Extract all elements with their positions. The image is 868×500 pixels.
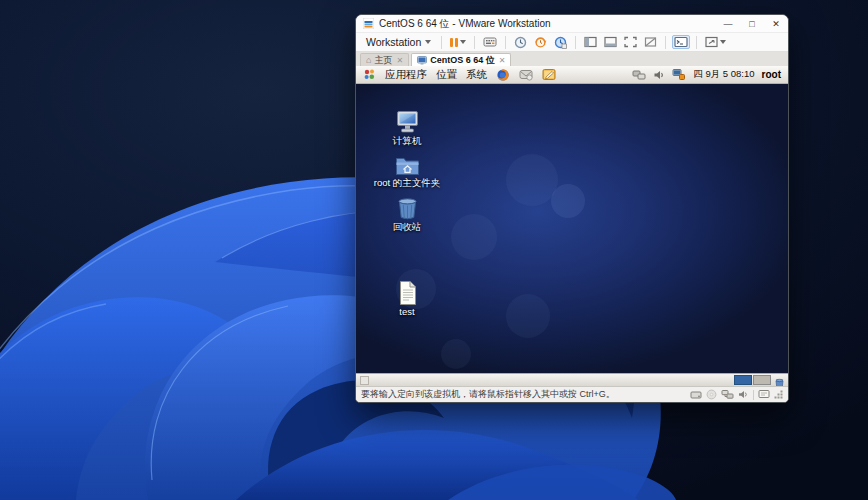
vmware-statusbar: 要将输入定向到该虚拟机，请将鼠标指针移入其中或按 Ctrl+G。 (356, 386, 788, 402)
unity-mode-button[interactable] (642, 35, 659, 49)
message-icon[interactable] (758, 389, 770, 400)
fit-guest-button[interactable] (703, 35, 728, 49)
statusbar-separator (753, 390, 754, 400)
mail-icon[interactable] (519, 68, 533, 81)
vm-screen-icon (417, 56, 427, 65)
window-title: CentOS 6 64 位 - VMware Workstation (379, 17, 551, 31)
fullscreen-icon (624, 36, 637, 48)
show-thumbnail-bar-icon (604, 36, 617, 48)
tab-home-label: 主页 (374, 54, 392, 67)
trash-icon (395, 196, 420, 221)
chevron-down-icon (425, 40, 431, 44)
show-desktop-icon[interactable] (360, 376, 369, 385)
panel-clock[interactable]: 四 9月 5 08:10 (693, 68, 754, 81)
bokeh-glow (451, 214, 497, 260)
guest-bottom-panel (356, 373, 788, 386)
chevron-down-icon (720, 40, 726, 44)
tab-close-icon[interactable]: ✕ (396, 56, 403, 65)
statusbar-device-icons (690, 389, 783, 400)
vmware-window: CentOS 6 64 位 - VMware Workstation — □ ✕… (355, 14, 789, 403)
guest-tray: 四 9月 5 08:10 root (632, 68, 781, 81)
tab-centos-vm[interactable]: CentOS 6 64 位 ✕ (411, 53, 511, 66)
snapshot-manager-icon (554, 36, 567, 49)
take-snapshot-button[interactable] (512, 35, 529, 50)
revert-snapshot-icon (534, 36, 547, 49)
desktop-icon-home-folder[interactable]: root 的主文件夹 (368, 154, 446, 189)
window-controls: — □ ✕ (716, 15, 788, 32)
desktop-icon-testfile[interactable]: test (368, 280, 446, 318)
bokeh-glow (551, 184, 585, 218)
minimize-button[interactable]: — (716, 15, 740, 32)
close-button[interactable]: ✕ (764, 15, 788, 32)
hdd-icon[interactable] (690, 390, 702, 400)
desktop-icon-label: 回收站 (368, 222, 446, 233)
workspace-switcher (734, 375, 771, 385)
updates-icon[interactable] (672, 68, 686, 81)
firefox-icon[interactable] (496, 68, 510, 82)
menu-places[interactable]: 位置 (436, 68, 457, 82)
bokeh-glow (506, 294, 550, 338)
bokeh-glow (441, 339, 471, 369)
workstation-menu-button[interactable]: Workstation (362, 35, 435, 49)
toolbar-separator (441, 36, 442, 49)
show-library-button[interactable] (582, 35, 599, 49)
desktop-icon-label: root 的主文件夹 (368, 178, 446, 189)
suspend-pause-icon (450, 38, 458, 47)
workspace-2[interactable] (753, 375, 771, 385)
workspace-1[interactable] (734, 375, 752, 385)
tabbar: ⌂ 主页 ✕ CentOS 6 64 位 ✕ (356, 52, 788, 66)
vm-console[interactable]: 应用程序 位置 系统 四 9月 5 (356, 66, 788, 386)
titlebar: CentOS 6 64 位 - VMware Workstation — □ ✕ (356, 15, 788, 32)
guest-top-panel: 应用程序 位置 系统 四 9月 5 (356, 66, 788, 84)
home-folder-icon (394, 154, 421, 177)
document-icon (396, 280, 419, 306)
ctrl-alt-del-button[interactable] (481, 35, 499, 49)
fit-guest-icon (705, 36, 718, 48)
show-library-icon (584, 36, 597, 48)
vmware-logo-icon (363, 18, 374, 29)
unity-mode-icon (644, 36, 657, 48)
text-editor-icon[interactable] (542, 68, 556, 81)
fullscreen-button[interactable] (622, 35, 639, 49)
menu-applications[interactable]: 应用程序 (385, 68, 427, 82)
gnome-menu-icon[interactable] (363, 68, 376, 81)
home-icon: ⌂ (366, 56, 371, 65)
network-icon[interactable] (632, 69, 646, 81)
toolbar-separator (474, 36, 475, 49)
tab-vm-label: CentOS 6 64 位 (430, 54, 495, 67)
console-view-icon (674, 36, 688, 48)
desktop-icon-label: test (368, 307, 446, 318)
guest-desktop[interactable]: 计算机 root 的主文件夹 回收站 (356, 84, 788, 373)
volume-icon[interactable] (653, 69, 665, 81)
workstation-menu-label: Workstation (366, 36, 421, 48)
desktop-icon-computer[interactable]: 计算机 (368, 110, 446, 147)
panel-user[interactable]: root (762, 69, 781, 80)
console-view-button[interactable] (672, 35, 690, 49)
chevron-down-icon (460, 40, 466, 44)
resize-grip[interactable] (774, 390, 783, 399)
network-adapter-icon[interactable] (721, 389, 734, 400)
revert-snapshot-button[interactable] (532, 35, 549, 50)
sound-icon[interactable] (738, 389, 749, 400)
toolbar-separator (575, 36, 576, 49)
menu-system[interactable]: 系统 (466, 68, 487, 82)
maximize-button[interactable]: □ (740, 15, 764, 32)
status-message: 要将输入定向到该虚拟机，请将鼠标指针移入其中或按 Ctrl+G。 (361, 388, 615, 401)
suspend-button[interactable] (448, 37, 468, 48)
desktop-icon-trash[interactable]: 回收站 (368, 196, 446, 233)
toolbar-separator (505, 36, 506, 49)
cdrom-icon[interactable] (706, 389, 717, 400)
tab-home[interactable]: ⌂ 主页 ✕ (360, 53, 409, 66)
take-snapshot-icon (514, 36, 527, 49)
desktop-icon-label: 计算机 (368, 136, 446, 147)
ctrl-alt-del-icon (483, 36, 497, 48)
toolbar: Workstation (356, 32, 788, 52)
toolbar-separator (665, 36, 666, 49)
trash-applet-icon[interactable] (774, 375, 785, 386)
snapshot-manager-button[interactable] (552, 35, 569, 50)
show-thumbnail-bar-button[interactable] (602, 35, 619, 49)
tab-close-icon[interactable]: ✕ (499, 56, 506, 65)
computer-icon (394, 110, 421, 135)
toolbar-separator (696, 36, 697, 49)
